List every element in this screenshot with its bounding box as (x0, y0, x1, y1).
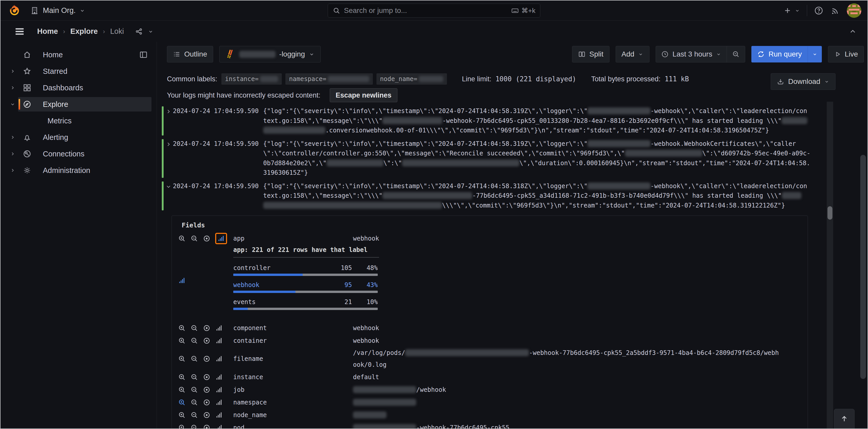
eye-icon[interactable] (203, 373, 211, 381)
eye-icon[interactable] (203, 355, 211, 363)
zoom-out-icon[interactable] (190, 355, 198, 363)
active-stats-toggle[interactable] (215, 233, 227, 244)
eye-icon[interactable] (203, 399, 211, 406)
chevron-right-icon[interactable] (4, 68, 18, 74)
chevron-right-icon[interactable] (4, 167, 18, 173)
collapse-pane-chevron-up-icon[interactable] (848, 27, 857, 36)
live-button[interactable]: Live (828, 46, 864, 62)
split-button[interactable]: Split (572, 46, 609, 62)
eye-icon[interactable] (203, 411, 211, 419)
share-icon[interactable] (135, 27, 144, 36)
sidebar-item-explore[interactable]: Explore (4, 97, 151, 112)
time-range-button[interactable]: Last 3 hours (656, 46, 726, 62)
zoom-in-icon[interactable] (178, 337, 186, 345)
zoom-in-icon[interactable] (178, 235, 186, 242)
sidebar-item-connections[interactable]: Connections (4, 147, 151, 161)
chevron-right-icon[interactable] (4, 85, 18, 91)
sidebar-item-administration[interactable]: Administration (4, 163, 151, 178)
bar-chart-icon[interactable] (215, 424, 223, 429)
run-query-button[interactable]: Run query (751, 46, 822, 62)
log-row[interactable]: 2024-07-24 17:04:59.590{"log":"{\"severi… (162, 106, 824, 135)
chevron-down-icon[interactable] (148, 28, 154, 35)
arrow-up-icon (840, 414, 849, 423)
escape-newlines-button[interactable]: Escape newlines (330, 88, 397, 102)
eye-icon[interactable] (203, 337, 211, 345)
user-avatar[interactable] (847, 3, 861, 18)
pane-scrollbar-thumb[interactable] (828, 206, 832, 220)
chevron-down-icon[interactable] (165, 181, 173, 211)
sidebar-item-metrics[interactable]: Metrics (4, 114, 151, 128)
field-stat-row[interactable]: controller10548% (233, 264, 378, 276)
chevron-right-icon[interactable] (4, 134, 18, 140)
bar-chart-icon[interactable] (215, 411, 223, 419)
bar-chart-icon[interactable] (215, 337, 223, 345)
zoom-in-icon[interactable] (178, 386, 186, 394)
chevron-right-icon[interactable] (165, 106, 173, 135)
sidebar-item-starred[interactable]: Starred (4, 64, 151, 79)
zoom-in-icon[interactable] (178, 373, 186, 381)
log-timestamp: 2024-07-24 17:04:59.590 (173, 139, 263, 178)
zoom-out-icon[interactable] (190, 411, 198, 419)
eye-icon[interactable] (203, 324, 211, 332)
log-text: -webhook\",\"caller\":\"leaderelection/c… (650, 183, 807, 190)
sidebar-item-alerting[interactable]: Alerting (4, 130, 151, 145)
search-box[interactable]: ⌘+k (328, 4, 540, 18)
bar-chart-icon[interactable] (215, 399, 223, 406)
log-row[interactable]: 2024-07-24 17:04:59.590{"log":"{\"severi… (162, 139, 824, 178)
dock-sidebar-icon[interactable] (139, 50, 148, 59)
help-icon[interactable] (814, 6, 824, 16)
bar-chart-icon[interactable] (178, 277, 233, 284)
bar-chart-icon[interactable] (215, 355, 223, 363)
zoom-out-icon[interactable] (190, 337, 198, 345)
zoom-in-icon[interactable] (178, 324, 186, 332)
org-switcher[interactable]: Main Org. (30, 6, 85, 15)
zoom-in-icon[interactable] (178, 411, 186, 419)
window-scrollbar-thumb[interactable] (860, 155, 866, 379)
zoom-out-icon[interactable] (190, 386, 198, 394)
field-stat-row[interactable]: webhook9543% (233, 281, 378, 293)
datasource-picker[interactable]: -logging (219, 46, 321, 62)
download-button[interactable]: Download (771, 73, 836, 90)
search-input[interactable] (344, 6, 507, 15)
bar-chart-icon[interactable] (215, 386, 223, 394)
add-new-button[interactable] (783, 6, 800, 15)
zoom-in-icon[interactable] (178, 424, 186, 429)
scroll-to-top-button[interactable] (834, 409, 855, 429)
breadcrumb-item-explore[interactable]: Explore (70, 27, 98, 36)
zoom-out-icon[interactable] (190, 235, 198, 242)
stat-label: events (233, 298, 334, 306)
grafana-logo-icon[interactable] (8, 4, 21, 17)
sidebar-item-home[interactable]: Home (4, 48, 151, 62)
menu-icon[interactable] (14, 26, 25, 37)
sidebar-item-dashboards[interactable]: Dashboards (4, 81, 151, 95)
chevron-right-icon[interactable] (165, 139, 173, 178)
zoom-out-icon[interactable] (190, 399, 198, 406)
outline-button[interactable]: Outline (167, 46, 213, 62)
stat-line: webhook9543% (233, 281, 378, 288)
zoom-out-icon[interactable] (190, 324, 198, 332)
bar-chart-icon[interactable] (217, 235, 225, 242)
bar-chart-icon[interactable] (215, 324, 223, 332)
zoom-in-icon[interactable] (178, 399, 186, 406)
add-button[interactable]: Add (616, 46, 650, 62)
stat-bar-fill (233, 274, 303, 276)
log-message: {"log":"{\"severity\":\"info\",\"timesta… (263, 139, 824, 178)
chevron-right-icon[interactable] (4, 151, 18, 157)
field-row: containerwebhook (178, 334, 800, 347)
eye-icon[interactable] (203, 386, 211, 394)
eye-icon[interactable] (203, 235, 211, 242)
field-stat-row[interactable]: events2110% (233, 298, 378, 310)
zoom-out-icon[interactable] (190, 424, 198, 429)
zoom-out-icon[interactable] (190, 373, 198, 381)
log-row[interactable]: 2024-07-24 17:04:59.590{"log":"{\"severi… (162, 181, 824, 211)
zoom-out-time-button[interactable] (726, 46, 745, 62)
bar-chart-icon[interactable] (215, 373, 223, 381)
run-query-dropdown[interactable] (808, 46, 822, 62)
pane-scrollbar-track[interactable] (827, 102, 833, 428)
zoom-in-icon[interactable] (178, 355, 186, 363)
news-rss-icon[interactable] (830, 6, 840, 16)
breadcrumb-item-home[interactable]: Home (37, 27, 58, 36)
field-actions (178, 324, 233, 332)
eye-icon[interactable] (203, 424, 211, 429)
chevron-down-icon[interactable] (4, 101, 18, 107)
